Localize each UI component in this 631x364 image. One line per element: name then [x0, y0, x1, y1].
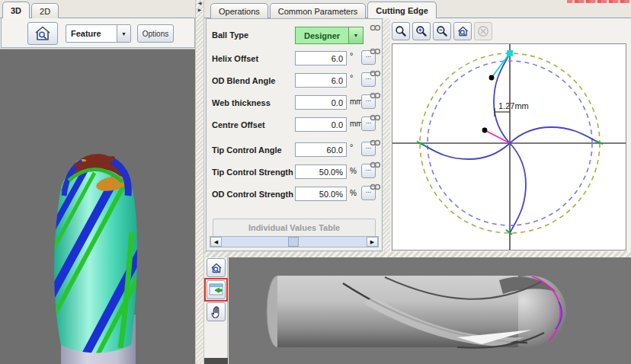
param-label: Ball Type — [212, 30, 248, 40]
tab-common-parameters[interactable]: Common Parameters — [270, 3, 367, 18]
scrollbar-thumb[interactable] — [288, 237, 299, 247]
link-icon — [370, 66, 381, 80]
param-label: Helix Offset — [212, 54, 258, 63]
tab-2d[interactable]: 2D — [31, 3, 59, 18]
cyan-tangent-line — [492, 53, 510, 78]
param-row-tip-control-angle: Tip Control Angle ° ... — [207, 140, 382, 161]
chevron-down-icon[interactable]: ▼ — [117, 25, 130, 42]
scrollbar-track[interactable] — [222, 237, 367, 247]
link-icon — [370, 88, 381, 102]
link-icon — [370, 180, 381, 193]
tab-operations-label: Operations — [219, 7, 260, 16]
splitter-collapse-right-icon[interactable]: ▶ — [196, 7, 203, 14]
ball-type-value: Designer — [296, 31, 348, 40]
param-row-centre-offset: Centre Offset mm ... — [207, 115, 382, 136]
param-label: Centre Offset — [212, 120, 265, 129]
tab-2d-label: 2D — [40, 7, 50, 16]
web-thickness-input[interactable] — [295, 95, 347, 110]
plot-zoom-toolbar — [392, 22, 492, 40]
zoom-out-button[interactable] — [433, 22, 451, 40]
back-navigation-button[interactable] — [207, 280, 226, 299]
centre-offset-input[interactable] — [295, 117, 347, 132]
ball-endmill-3d-render — [0, 49, 195, 364]
flute-profile-plot: 1.27mm — [392, 44, 626, 250]
view-tabstrip: 3D 2D — [2, 2, 60, 18]
application-window: { "left_panel": { "tabs": [ { "label": "… — [0, 0, 631, 364]
link-icon — [370, 21, 381, 34]
cutting-edge-parameter-panel: Ball Type Designer ▼ Helix Offset ° ... … — [206, 18, 383, 251]
zoom-fit-home-button[interactable] — [453, 22, 472, 40]
dimension-label: 1.27mm — [498, 101, 529, 110]
flute-curve-right — [510, 127, 600, 143]
cancel-zoom-button — [474, 22, 492, 40]
bottom-3d-viewport[interactable] — [229, 257, 631, 364]
magenta-control-vector — [485, 130, 510, 143]
bottom-view-toolbar — [204, 257, 228, 358]
od-control-strength-input[interactable] — [295, 187, 347, 201]
flute-curve-left — [420, 143, 510, 159]
close-circle-icon — [477, 25, 489, 37]
param-row-helix-offset: Helix Offset ° ... — [207, 49, 382, 69]
horizontal-splitter[interactable] — [204, 251, 631, 257]
param-row-od-control-strength: OD Control Strength % ... — [207, 184, 382, 205]
bottom-home-button[interactable] — [207, 258, 226, 277]
magnifier-icon — [395, 25, 407, 37]
tip-control-angle-input[interactable] — [295, 142, 347, 157]
home-magnifier-icon — [210, 262, 223, 274]
individual-values-table-button[interactable]: Individual Values Table — [213, 219, 376, 237]
endmill-side-3d-render — [229, 257, 631, 364]
link-icon — [370, 110, 381, 124]
parameter-plot-splitter[interactable] — [383, 18, 390, 251]
cyan-endpoint-marker — [507, 50, 513, 56]
link-icon — [370, 136, 381, 149]
control-point-dot — [489, 75, 495, 81]
left-view-toolbar: Feature ▼ Options — [1, 18, 195, 48]
param-label: Web thickness — [212, 98, 271, 107]
tab-cutting-edge-label: Cutting Edge — [376, 6, 428, 15]
hand-pan-icon — [210, 305, 222, 319]
left-3d-viewport[interactable] — [0, 49, 195, 364]
magnifier-plus-icon — [415, 25, 428, 37]
tab-3d[interactable]: 3D — [2, 2, 30, 18]
param-unit: ° — [350, 142, 353, 152]
zoom-in-button[interactable] — [412, 22, 431, 40]
param-label: Tip Control Strength — [212, 168, 293, 177]
chevron-down-icon[interactable]: ▼ — [348, 27, 363, 43]
flute-curve-top — [494, 53, 510, 143]
zoom-window-button[interactable] — [392, 22, 410, 40]
scroll-right-button[interactable]: ▶ — [367, 237, 378, 247]
param-label: OD Blend Angle — [212, 76, 275, 85]
feature-dropdown[interactable]: Feature ▼ — [66, 24, 131, 43]
param-row-tip-control-strength: Tip Control Strength % ... — [207, 162, 382, 183]
splitter-collapse-left-icon[interactable]: ◀ — [196, 0, 203, 7]
horizontal-scrollbar[interactable]: ◀ ▶ — [210, 236, 379, 247]
flute-curve-bottom — [510, 143, 526, 233]
operation-tabstrip: Operations Common Parameters Cutting Edg… — [210, 2, 438, 18]
tab-operations[interactable]: Operations — [210, 3, 268, 18]
param-unit: % — [350, 189, 357, 197]
param-unit: ° — [350, 51, 353, 60]
scroll-left-button[interactable]: ◀ — [210, 237, 222, 247]
cutoff-red-watermark — [567, 0, 629, 3]
param-row-od-blend-angle: OD Blend Angle ° ... — [207, 71, 382, 91]
od-blend-angle-input[interactable] — [295, 73, 347, 88]
helix-offset-input[interactable] — [295, 51, 347, 65]
home-magnifier-icon — [33, 25, 53, 42]
options-button[interactable]: Options — [137, 24, 174, 43]
magnifier-minus-icon — [436, 25, 448, 37]
view-home-button[interactable] — [27, 22, 58, 45]
tab-cutting-edge[interactable]: Cutting Edge — [367, 2, 436, 18]
pan-hand-button[interactable] — [207, 302, 226, 321]
cutting-edge-2d-plot[interactable]: 1.27mm — [392, 43, 626, 251]
panel-splitter[interactable]: ◀ ▶ — [195, 0, 204, 364]
ball-type-dropdown[interactable]: Designer ▼ — [295, 27, 364, 44]
feature-dropdown-value: Feature — [66, 29, 117, 38]
param-row-ball-type: Ball Type Designer ▼ — [207, 25, 382, 47]
viewport-corner — [204, 358, 228, 364]
tab-common-parameters-label: Common Parameters — [278, 7, 358, 16]
tip-control-strength-input[interactable] — [295, 164, 347, 179]
param-row-web-thickness: Web thickness mm ... — [207, 93, 382, 113]
home-magnifier-icon — [456, 25, 469, 37]
param-unit: % — [350, 167, 357, 175]
control-point-dot — [482, 128, 488, 133]
